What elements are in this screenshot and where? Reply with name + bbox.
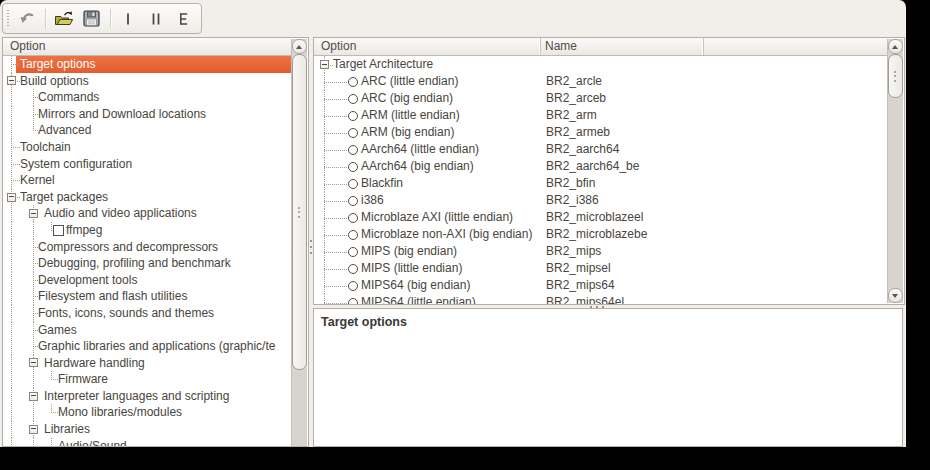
radio-button[interactable] [348,162,358,172]
save-button[interactable] [79,6,105,32]
tree-branch-line [324,184,347,185]
menu-tree-row[interactable]: Kernel [4,172,291,189]
undo-button[interactable] [14,6,40,32]
menu-tree-row[interactable]: Hardware handling [4,355,291,372]
radio-button[interactable] [348,281,358,291]
menu-tree-row[interactable]: Games [4,322,291,339]
option-row[interactable]: BlackfinBR2_bfin [315,175,887,192]
collapse-expander-icon[interactable] [320,60,329,69]
option-row[interactable]: AArch64 (little endian)BR2_aarch64 [315,141,887,158]
menu-tree-row[interactable]: Audio/Sound [4,438,291,446]
collapse-expander-icon[interactable] [7,193,16,202]
row-label: Fonts, icons, sounds and themes [38,305,214,322]
option-row[interactable]: MIPS (little endian)BR2_mipsel [315,260,887,277]
option-row[interactable]: MIPS (big endian)BR2_mips [315,243,887,260]
option-row[interactable]: ARC (big endian)BR2_arceb [315,90,887,107]
arrow-up-icon [892,45,898,49]
full-view-button[interactable] [171,6,197,32]
menu-tree-row[interactable]: Filesystem and flash utilities [4,288,291,305]
right-vertical-scrollbar[interactable] [887,39,903,303]
radio-button[interactable] [348,196,358,206]
arrow-up-icon [296,45,302,49]
row-label: Filesystem and flash utilities [38,288,187,305]
option-row[interactable]: i386BR2_i386 [315,192,887,209]
single-view-button[interactable] [116,6,142,32]
option-row[interactable]: MIPS64 (big endian)BR2_mips64 [315,277,887,294]
tree-branch-line [11,89,12,106]
row-label: ARC (big endian) [361,90,453,107]
menu-tree-row[interactable]: Mono libraries/modules [4,404,291,421]
tree-branch-line [33,222,34,239]
menu-tree-row[interactable]: Debugging, profiling and benchmark [4,255,291,272]
scrollbar-thumb[interactable] [292,54,307,370]
menu-tree-row[interactable]: Development tools [4,272,291,289]
config-symbol-name: BR2_aarch64 [546,141,619,158]
checkbox[interactable] [53,225,64,236]
menu-tree-row[interactable]: System configuration [4,156,291,173]
collapse-expander-icon[interactable] [29,358,38,367]
open-button[interactable] [51,6,77,32]
config-symbol-name: BR2_mipsel [546,260,611,277]
menu-tree-row[interactable]: Firmware [4,371,291,388]
menu-tree-row[interactable]: Build options [4,73,291,90]
left-vertical-scrollbar[interactable] [291,39,307,446]
menu-tree-row[interactable]: ffmpeg [4,222,291,239]
radio-button[interactable] [348,179,358,189]
row-label: Mirrors and Download locations [38,106,206,123]
menu-tree-row[interactable]: Toolchain [4,139,291,156]
scroll-down-button[interactable] [888,288,903,303]
radio-button[interactable] [348,230,358,240]
menu-tree-row[interactable]: Advanced [4,122,291,139]
radio-button[interactable] [348,77,358,87]
option-row[interactable]: MIPS64 (little endian)BR2_mips64el [315,294,887,304]
toolbar-drag-handle[interactable] [7,10,9,28]
tree-branch-line [51,379,58,380]
row-label: Microblaze non-AXI (big endian) [361,226,532,243]
split-view-button[interactable] [143,6,169,32]
row-label: Microblaze AXI (little endian) [361,209,513,226]
collapse-expander-icon[interactable] [29,209,38,218]
radio-button[interactable] [348,213,358,223]
radio-button[interactable] [348,111,358,121]
radio-button[interactable] [348,94,358,104]
menu-tree-row[interactable]: Target options [4,56,291,73]
row-label: Audio/Sound [58,438,127,446]
menu-tree-row[interactable]: Mirrors and Download locations [4,106,291,123]
tree-branch-line [11,322,12,339]
option-row[interactable]: ARC (little endian)BR2_arcle [315,73,887,90]
collapse-expander-icon[interactable] [29,425,38,434]
right-panel-header: Option Name [314,38,888,56]
scrollbar-thumb[interactable] [888,54,903,98]
column-divider[interactable] [540,38,541,55]
radio-button[interactable] [348,247,358,257]
menu-tree-row[interactable]: Compressors and decompressors [4,239,291,256]
option-row[interactable]: Microblaze AXI (little endian)BR2_microb… [315,209,887,226]
collapse-expander-icon[interactable] [7,76,16,85]
row-label: MIPS (little endian) [361,260,462,277]
menu-tree-row[interactable]: Audio and video applications [4,205,291,222]
tree-branch-line [51,412,58,413]
thumb-grip-icon [894,71,896,82]
option-row[interactable]: ARM (little endian)BR2_arm [315,107,887,124]
radio-button[interactable] [348,264,358,274]
menu-tree-row[interactable]: Libraries [4,421,291,438]
menu-tree-row[interactable]: Commands [4,89,291,106]
menu-tree-row[interactable]: Interpreter languages and scripting [4,388,291,405]
scroll-up-button[interactable] [292,39,307,54]
radio-button[interactable] [348,128,358,138]
radio-button[interactable] [348,298,358,305]
option-row[interactable]: AArch64 (big endian)BR2_aarch64_be [315,158,887,175]
menu-tree-row[interactable]: Fonts, icons, sounds and themes [4,305,291,322]
tree-branch-line [11,255,12,272]
menu-tree-row[interactable]: Graphic libraries and applications (grap… [4,338,291,355]
tree-branch-line [324,82,347,83]
menu-tree-row[interactable]: Target packages [4,189,291,206]
row-label: Kernel [20,172,55,189]
column-divider[interactable] [703,38,704,55]
scroll-up-button[interactable] [888,39,903,54]
option-row[interactable]: Microblaze non-AXI (big endian)BR2_micro… [315,226,887,243]
radio-button[interactable] [348,145,358,155]
option-row[interactable]: ARM (big endian)BR2_armeb [315,124,887,141]
collapse-expander-icon[interactable] [29,392,38,401]
option-row[interactable]: Target Architecture [315,56,887,73]
